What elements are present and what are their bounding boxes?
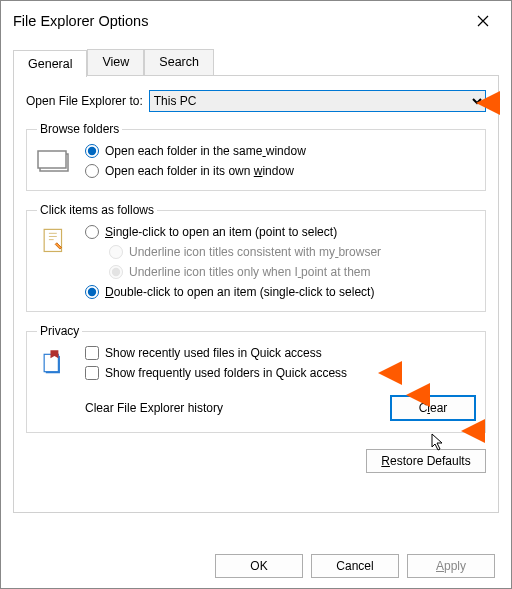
radio-underline-point: Underline icon titles only when I point …: [109, 265, 475, 279]
titlebar: File Explorer Options: [1, 1, 511, 39]
annotation-arrow: [378, 361, 402, 385]
radio-double-click-input[interactable]: [85, 285, 99, 299]
radio-same-window-label: Open each folder in the same window: [105, 144, 306, 158]
checkbox-frequent-folders[interactable]: Show frequently used folders in Quick ac…: [85, 366, 475, 380]
open-explorer-select[interactable]: This PC: [149, 90, 486, 112]
radio-underline-browser-input: [109, 245, 123, 259]
click-items-group: Click items as follows Single-click to o…: [26, 203, 486, 312]
radio-underline-browser: Underline icon titles consistent with my…: [109, 245, 475, 259]
radio-double-click-label: Double-click to open an item (single-cli…: [105, 285, 374, 299]
tab-general[interactable]: General: [13, 50, 87, 77]
radio-same-window[interactable]: Open each folder in the same window: [85, 144, 475, 158]
folders-icon: [37, 146, 75, 176]
general-panel: Open File Explorer to: This PC Browse fo…: [13, 75, 499, 513]
browse-folders-group: Browse folders Open each folder in the s…: [26, 122, 486, 191]
checkbox-recent-files-label: Show recently used files in Quick access: [105, 346, 322, 360]
checkbox-frequent-folders-input[interactable]: [85, 366, 99, 380]
radio-underline-browser-label: Underline icon titles consistent with my…: [129, 245, 381, 259]
close-icon: [477, 15, 489, 27]
privacy-icon: [37, 348, 75, 378]
dialog-button-row: OK Cancel Apply: [215, 554, 495, 578]
tab-strip: General View Search: [13, 49, 499, 76]
checkbox-recent-files[interactable]: Show recently used files in Quick access: [85, 346, 475, 360]
annotation-arrow: [406, 383, 430, 407]
radio-underline-point-input: [109, 265, 123, 279]
radio-own-window-label: Open each folder in its own window: [105, 164, 294, 178]
restore-row: Restore Defaults: [26, 449, 486, 473]
cancel-button[interactable]: Cancel: [311, 554, 399, 578]
checkbox-frequent-folders-label: Show frequently used folders in Quick ac…: [105, 366, 347, 380]
browse-folders-legend: Browse folders: [37, 122, 122, 136]
privacy-legend: Privacy: [37, 324, 82, 338]
file-explorer-options-dialog: File Explorer Options General View Searc…: [0, 0, 512, 589]
annotation-arrow: [476, 91, 500, 115]
clear-history-label: Clear File Explorer history: [85, 401, 223, 415]
radio-single-click[interactable]: Single-click to open an item (point to s…: [85, 225, 475, 239]
radio-single-click-label: Single-click to open an item (point to s…: [105, 225, 337, 239]
tab-view[interactable]: View: [87, 49, 144, 76]
click-items-legend: Click items as follows: [37, 203, 157, 217]
radio-same-window-input[interactable]: [85, 144, 99, 158]
annotation-arrow: [461, 419, 485, 443]
open-explorer-label: Open File Explorer to:: [26, 94, 143, 108]
radio-double-click[interactable]: Double-click to open an item (single-cli…: [85, 285, 475, 299]
apply-button[interactable]: Apply: [407, 554, 495, 578]
radio-single-click-input[interactable]: [85, 225, 99, 239]
open-explorer-row: Open File Explorer to: This PC: [26, 90, 486, 112]
radio-own-window-input[interactable]: [85, 164, 99, 178]
radio-underline-point-label: Underline icon titles only when I point …: [129, 265, 370, 279]
restore-defaults-button[interactable]: Restore Defaults: [366, 449, 486, 473]
ok-button[interactable]: OK: [215, 554, 303, 578]
tab-search[interactable]: Search: [144, 49, 214, 76]
click-icon: [37, 227, 75, 257]
svg-rect-1: [38, 151, 66, 168]
checkbox-recent-files-input[interactable]: [85, 346, 99, 360]
clear-button[interactable]: Clear: [391, 396, 475, 420]
radio-own-window[interactable]: Open each folder in its own window: [85, 164, 475, 178]
privacy-group: Privacy Show recently used files in Quic…: [26, 324, 486, 433]
dialog-title: File Explorer Options: [13, 13, 148, 29]
close-button[interactable]: [465, 7, 501, 35]
